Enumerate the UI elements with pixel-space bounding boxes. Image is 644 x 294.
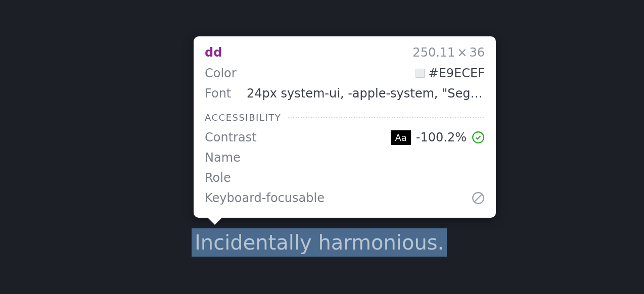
name-label: Name <box>205 151 241 165</box>
svg-point-0 <box>473 132 484 143</box>
highlighted-text: Incidentally harmonious. <box>195 231 444 254</box>
section-divider <box>288 117 485 118</box>
color-value-wrap: #E9ECEF <box>416 66 485 80</box>
color-row: Color #E9ECEF <box>205 65 485 82</box>
role-row: Role <box>205 169 485 186</box>
dimension-width: 250.11 <box>412 45 455 60</box>
role-label: Role <box>205 171 231 185</box>
font-label: Font <box>205 86 243 101</box>
keyboard-focusable-label: Keyboard-focusable <box>205 191 325 205</box>
element-dimensions: 250.11×36 <box>412 45 485 60</box>
color-value: #E9ECEF <box>429 66 485 80</box>
check-circle-icon <box>472 131 485 144</box>
name-row: Name <box>205 149 485 166</box>
times-symbol: × <box>457 45 467 60</box>
font-row: Font 24px system-ui, -apple-system, "Seg… <box>205 85 485 102</box>
contrast-label: Contrast <box>205 130 257 144</box>
contrast-value-wrap: Aa -100.2% <box>391 130 485 145</box>
contrast-value: -100.2% <box>416 130 467 144</box>
element-inspector-tooltip: dd 250.11×36 Color #E9ECEF Font 24px sys… <box>194 36 496 218</box>
color-swatch <box>416 69 425 78</box>
contrast-row: Contrast Aa -100.2% <box>205 129 485 146</box>
font-value: 24px system-ui, -apple-system, "Segoe… <box>247 86 485 101</box>
dimension-height: 36 <box>469 45 485 60</box>
not-allowed-icon <box>472 191 485 205</box>
color-label: Color <box>205 66 243 80</box>
tooltip-header: dd 250.11×36 <box>205 45 485 60</box>
element-tag-name: dd <box>205 45 222 60</box>
accessibility-title: ACCESSIBILITY <box>205 112 281 123</box>
keyboard-focusable-value <box>472 191 485 205</box>
accessibility-section-header: ACCESSIBILITY <box>205 112 485 123</box>
contrast-sample-badge: Aa <box>391 130 410 145</box>
inspected-element-highlight: Incidentally harmonious. <box>192 228 447 257</box>
svg-line-2 <box>474 194 482 202</box>
keyboard-focusable-row: Keyboard-focusable <box>205 189 485 207</box>
